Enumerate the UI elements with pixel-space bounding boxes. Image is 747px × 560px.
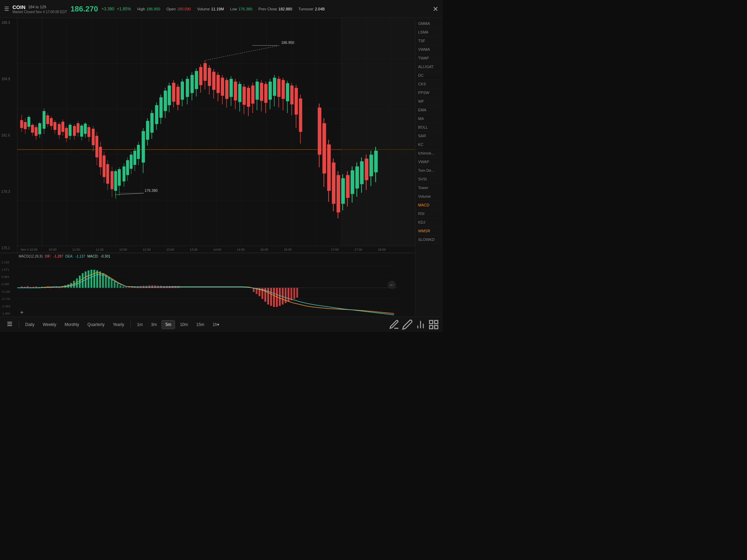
- svg-rect-112: [191, 75, 194, 93]
- timeframe-quarterly[interactable]: Quarterly: [84, 320, 108, 329]
- svg-rect-268: [293, 288, 295, 299]
- sidebar-toggle-button[interactable]: [3, 319, 16, 329]
- svg-rect-95: [155, 105, 158, 124]
- svg-rect-271: [7, 322, 12, 323]
- prev-close-label: Prev Close: [258, 7, 277, 11]
- svg-rect-128: [225, 80, 228, 99]
- timeframe-10m[interactable]: 10m: [176, 320, 191, 329]
- price-change-pct: +1.85%: [117, 7, 131, 11]
- annotate-button[interactable]: [402, 319, 413, 330]
- sidebar-indicator-lsma[interactable]: LSMA: [415, 28, 443, 37]
- separator-1: [19, 321, 19, 328]
- sidebar-indicator-slowkd[interactable]: SLOWKD: [415, 235, 443, 244]
- sidebar-indicator-svsi[interactable]: SVSI: [415, 175, 443, 184]
- svg-rect-83: [130, 155, 132, 169]
- price-axis: 188.3 184.9 181.6 178.3 175.1: [0, 18, 17, 253]
- sidebar-indicator-tower[interactable]: Tower: [415, 184, 443, 192]
- svg-rect-56: [80, 125, 83, 137]
- sidebar-indicator-ema[interactable]: EMA: [415, 106, 443, 114]
- svg-rect-156: [286, 83, 289, 101]
- svg-rect-44: [58, 124, 61, 135]
- stat-high: High 186.950: [137, 7, 160, 11]
- svg-rect-162: [299, 99, 302, 132]
- svg-rect-104: [172, 83, 175, 102]
- sidebar-indicator-wf[interactable]: WF: [415, 97, 443, 106]
- timeframe-1m[interactable]: 1m: [133, 320, 146, 329]
- svg-rect-280: [430, 325, 433, 328]
- svg-rect-64: [95, 136, 98, 157]
- timeframe-monthly[interactable]: Monthly: [61, 320, 83, 329]
- price-change-val: +3.390: [101, 7, 114, 11]
- menu-icon[interactable]: ☰: [4, 6, 9, 12]
- sidebar-indicator-wmsr[interactable]: WMSR: [415, 227, 443, 235]
- svg-rect-102: [168, 85, 171, 105]
- timeframe-15m[interactable]: 15m: [193, 320, 208, 329]
- draw-tool-button[interactable]: [389, 319, 400, 330]
- settings-button[interactable]: [428, 319, 439, 330]
- sidebar-indicator-gmma[interactable]: GMMA: [415, 19, 443, 28]
- macd-axis-7: -1.950: [1, 312, 17, 315]
- high-val: 186.950: [146, 7, 160, 11]
- sidebar-indicator-ichimok[interactable]: Ichimok...: [415, 149, 443, 158]
- macd-axis-6: -1.363: [1, 305, 17, 308]
- svg-rect-130: [230, 79, 233, 97]
- sidebar-indicator-kdj[interactable]: KDJ: [415, 218, 443, 227]
- timeframe-yearly[interactable]: Yearly: [109, 320, 128, 329]
- svg-rect-50: [68, 125, 71, 136]
- svg-rect-106: [176, 87, 179, 105]
- svg-rect-235: [125, 287, 127, 288]
- svg-rect-99: [164, 91, 167, 111]
- svg-rect-91: [146, 121, 149, 140]
- svg-rect-260: [270, 288, 272, 306]
- timeframe-weekly[interactable]: Weekly: [39, 320, 60, 329]
- svg-rect-132: [234, 82, 237, 101]
- sidebar-indicator-vwma[interactable]: VWMA: [415, 45, 443, 54]
- sidebar-indicator-ppsw[interactable]: PPSW: [415, 88, 443, 97]
- sidebar-indicator-tomde[interactable]: Tom De...: [415, 166, 443, 175]
- sidebar-indicator-ma[interactable]: MA: [415, 114, 443, 123]
- time-label-13: 17:30: [347, 248, 370, 251]
- close-icon[interactable]: ✕: [433, 5, 439, 13]
- svg-rect-79: [122, 166, 125, 181]
- timeframe-5m[interactable]: 5m: [162, 320, 175, 329]
- candle-chart[interactable]: 188.3 184.9 181.6 178.3 175.1: [0, 18, 415, 253]
- svg-rect-158: [290, 85, 293, 104]
- time-label-11: 15:30: [276, 248, 299, 251]
- sidebar-indicator-dc[interactable]: DC: [415, 71, 443, 80]
- right-sidebar: GMMALSMATSFVWMATWAPALLIGAT.DCCKSPPSWWFEM…: [415, 18, 443, 317]
- svg-rect-48: [65, 128, 68, 138]
- svg-rect-174: [341, 178, 345, 204]
- sidebar-indicator-vwap[interactable]: VWAP: [415, 158, 443, 166]
- svg-rect-266: [288, 288, 289, 301]
- sidebar-indicator-boll[interactable]: BOLL: [415, 123, 443, 132]
- stat-low: Low 176.380: [230, 7, 252, 11]
- svg-rect-244: [151, 285, 153, 288]
- sidebar-indicator-volume[interactable]: Volume: [415, 192, 443, 201]
- svg-rect-164: [318, 108, 321, 155]
- macd-axis-0: 2.158: [1, 261, 17, 264]
- sidebar-indicator-sar[interactable]: SAR: [415, 132, 443, 140]
- timeframe-daily[interactable]: Daily: [22, 320, 38, 329]
- sidebar-indicator-cks[interactable]: CKS: [415, 80, 443, 88]
- sidebar-indicator-kc[interactable]: KC: [415, 140, 443, 149]
- macd-dif-label: DIF:: [45, 254, 51, 258]
- sidebar-indicator-tsf[interactable]: TSF: [415, 37, 443, 45]
- separator-2: [130, 321, 131, 328]
- svg-rect-216: [70, 283, 72, 288]
- sidebar-indicator-alligat[interactable]: ALLIGAT.: [415, 63, 443, 71]
- indicators-button[interactable]: [415, 319, 426, 330]
- macd-axis-3: 0.398: [1, 282, 17, 286]
- sidebar-indicator-macd[interactable]: MACD: [415, 201, 443, 209]
- timeframe-1h[interactable]: 1h▾: [209, 320, 223, 329]
- sidebar-indicator-twap[interactable]: TWAP: [415, 54, 443, 63]
- timeframe-3m[interactable]: 3m: [148, 320, 160, 329]
- macd-panel: MACD(12,26,9) DIF: -1.287 DEA: -1.137 MA…: [0, 253, 415, 317]
- svg-rect-148: [269, 82, 272, 100]
- collapse-macd-button[interactable]: ←: [388, 281, 396, 289]
- svg-rect-34: [38, 123, 41, 134]
- svg-rect-93: [150, 113, 154, 133]
- macd-axis-4: -0.189: [1, 290, 17, 293]
- svg-rect-178: [351, 170, 354, 194]
- sidebar-indicator-rsi[interactable]: RSI: [415, 209, 443, 218]
- svg-rect-258: [264, 288, 266, 301]
